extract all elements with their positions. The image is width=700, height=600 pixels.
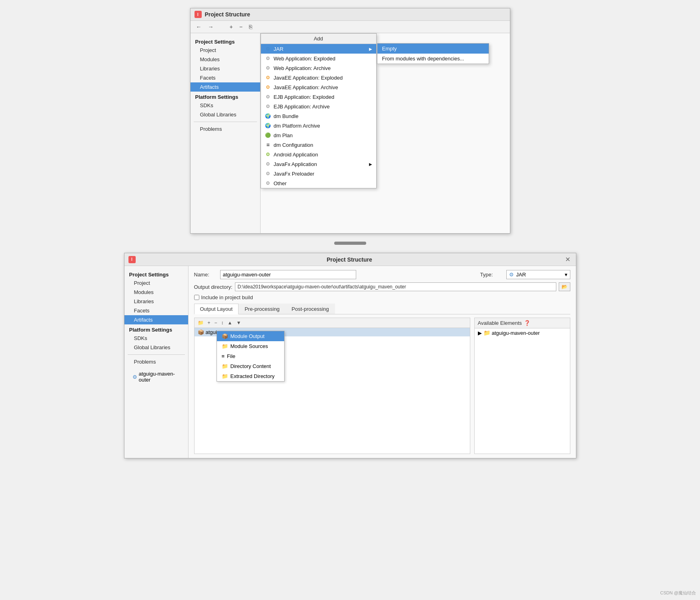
submenu-item-empty[interactable]: Empty [377,44,489,54]
tree-remove-btn[interactable]: − [213,319,219,326]
javafx-pre-icon: ⚙ [265,170,271,177]
remove-button[interactable]: − [237,22,245,31]
sidebar-item-problems[interactable]: Problems [191,124,260,134]
dropdown-item-javaee-archive[interactable]: ⚙ JavaEE Application: Archive [261,82,376,92]
available-elements-header: Available Elements ❓ [475,318,570,328]
tree-folder-btn[interactable]: 📁 [196,319,205,326]
context-menu: 📦 Module Output 📁 Module Sources ≡ File [217,331,285,382]
sidebar-item-sdks[interactable]: SDKs [191,101,260,110]
dropdown-item-dm-platform-label: dm Platform Archive [274,123,320,129]
sidebar-item-project[interactable]: Project [191,46,260,55]
output-dir-input[interactable] [235,282,556,291]
dropdown-item-javafx-pre[interactable]: ⚙ JavaFx Preloader [261,169,376,178]
bottom-sidebar-item-libraries[interactable]: Libraries [124,297,188,306]
dropdown-item-android[interactable]: ⚙ Android Application [261,150,376,159]
tab-output-layout[interactable]: Output Layout [194,304,239,314]
bottom-sidebar-item-sdks[interactable]: SDKs [124,334,188,343]
context-item-module-output[interactable]: 📦 Module Output [217,331,284,341]
include-label: Include in project build [201,294,253,300]
tree-add-btn[interactable]: + [206,319,212,326]
browse-button[interactable]: 📂 [559,282,570,291]
dropdown-item-other[interactable]: ⚙ Other [261,178,376,188]
dropdown-item-web-exploded-label: Web Application: Exploded [274,56,335,62]
available-tree-item[interactable]: ▶ 📁 atguigu-maven-outer [475,328,570,337]
sidebar-item-facets[interactable]: Facets [191,73,260,82]
output-tree: 📁 + − ↕ ▲ ▼ 📦 atguig 📦 [194,318,470,454]
sidebar-item-artifacts[interactable]: Artifacts [191,82,260,92]
tab-pre-processing[interactable]: Pre-processing [239,304,285,314]
project-settings-label: Project Settings [191,36,260,46]
back-button[interactable]: ← [194,22,204,31]
available-elements-panel: Available Elements ❓ ▶ 📁 atguigu-maven-o… [474,318,570,454]
dropdown-item-javaee-exploded-label: JavaEE Application: Exploded [274,75,343,81]
name-input[interactable] [220,270,356,279]
sidebar-item-global-libraries[interactable]: Global Libraries [191,110,260,119]
dropdown-item-dm-bundle[interactable]: 🌍 dm Bundle [261,111,376,121]
dm-bundle-icon: 🌍 [265,113,271,119]
context-item-extracted-directory[interactable]: 📁 Extracted Directory [217,371,284,381]
bottom-main-area: Project Settings Project Modules Librari… [124,266,576,458]
output-area: 📁 + − ↕ ▲ ▼ 📦 atguig 📦 [194,318,570,454]
jar-submenu: Empty From modules with dependencies... [377,43,489,64]
android-icon: ⚙ [265,151,271,158]
dm-plan-icon: 🟢 [265,132,271,138]
bottom-sidebar-item-problems[interactable]: Problems [124,357,188,366]
dropdown-item-ejb-archive[interactable]: ⚙ EJB Application: Archive [261,102,376,111]
tab-post-processing[interactable]: Post-processing [286,304,335,314]
output-tree-toolbar: 📁 + − ↕ ▲ ▼ [195,318,470,328]
web-exploded-icon: ⚙ [265,55,271,62]
bottom-sidebar-item-facets[interactable]: Facets [124,306,188,315]
copy-button[interactable]: ⎘ [247,22,255,31]
sidebar-item-libraries[interactable]: Libraries [191,64,260,73]
ejb-archive-icon: ⚙ [265,103,271,110]
top-content-area: Add ⚙ JAR ▶ ⚙ Web Application: Exploded … [261,33,510,233]
forward-button[interactable]: → [206,22,216,31]
dropdown-item-ejb-exploded-label: EJB Application: Exploded [274,94,335,100]
output-tree-item-icon: 📦 [198,329,204,335]
sidebar-item-modules[interactable]: Modules [191,55,260,64]
artifact-tree-item[interactable]: ⚙ atguigu-maven-outer [129,370,183,384]
artifact-gear-icon: ⚙ [132,374,137,380]
context-item-module-sources-label: Module Sources [231,343,268,349]
bottom-project-settings-label: Project Settings [124,269,188,278]
dropdown-item-javafx-app[interactable]: ⚙ JavaFx Application ▶ [261,159,376,169]
bottom-sidebar-item-project[interactable]: Project [124,278,188,288]
bottom-panel-title: Project Structure [327,256,372,263]
add-dropdown-menu: Add ⚙ JAR ▶ ⚙ Web Application: Exploded … [261,33,377,188]
dropdown-item-web-archive[interactable]: ⚙ Web Application: Archive [261,63,376,73]
dropdown-item-dm-config[interactable]: ≡ dm Configuration [261,140,376,150]
type-select[interactable]: ⚙ JAR ▾ [506,270,570,279]
top-sidebar: Project Settings Project Modules Librari… [191,33,261,233]
dropdown-item-web-archive-label: Web Application: Archive [274,65,331,71]
tree-up-btn[interactable]: ▲ [226,319,234,326]
dropdown-item-javaee-exploded[interactable]: ⚙ JavaEE Application: Exploded [261,73,376,82]
submenu-item-from-modules[interactable]: From modules with dependencies... [377,54,489,64]
name-row: Name: Type: ⚙ JAR ▾ [194,270,570,279]
panel-separator[interactable] [334,242,366,245]
dropdown-item-ejb-exploded[interactable]: ⚙ EJB Application: Exploded [261,92,376,102]
context-item-module-sources[interactable]: 📁 Module Sources [217,341,284,351]
bottom-sidebar-item-modules[interactable]: Modules [124,288,188,297]
bottom-platform-settings-label: Platform Settings [124,324,188,334]
bottom-sidebar-item-global-libraries[interactable]: Global Libraries [124,343,188,352]
tree-down-btn[interactable]: ▼ [235,319,243,326]
context-item-directory-content[interactable]: 📁 Directory Content [217,361,284,371]
type-value: JAR [516,272,526,278]
dropdown-item-jar-label: JAR [274,46,284,52]
include-checkbox[interactable] [194,295,199,300]
dropdown-item-dm-plan[interactable]: 🟢 dm Plan [261,130,376,140]
dropdown-item-jar[interactable]: ⚙ JAR ▶ [261,44,376,54]
jar-icon: ⚙ [265,46,271,52]
artifact-tree-item-label: atguigu-maven-outer [139,371,180,383]
add-button[interactable]: + [227,22,235,31]
available-elements-label: Available Elements [478,320,522,326]
dropdown-item-dm-platform[interactable]: 🌍 dm Platform Archive [261,121,376,130]
bottom-panel-titlebar: I Project Structure ✕ [124,253,576,266]
tree-sort-btn[interactable]: ↕ [220,319,225,326]
dropdown-item-web-exploded[interactable]: ⚙ Web Application: Exploded [261,54,376,63]
dropdown-item-javaee-archive-label: JavaEE Application: Archive [274,84,338,90]
close-button[interactable]: ✕ [564,256,572,263]
bottom-sidebar-item-artifacts[interactable]: Artifacts [124,315,188,324]
context-item-file[interactable]: ≡ File [217,351,284,361]
avail-folder-icon: 📁 [483,330,490,336]
